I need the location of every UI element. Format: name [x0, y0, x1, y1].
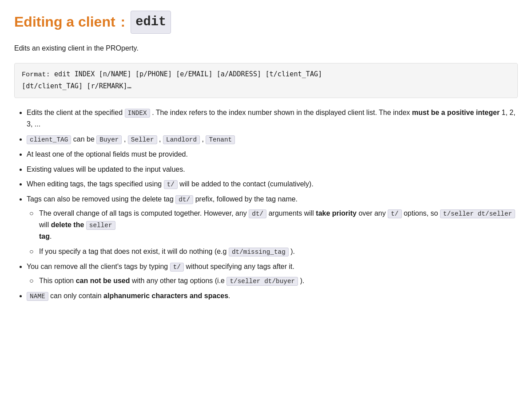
- item7-code-t: t/: [170, 263, 184, 272]
- item8-code-name: NAME: [27, 292, 48, 301]
- item3-text: At least one of the optional fields must…: [27, 150, 188, 158]
- list-item-2: client_TAG can be Buyer , Seller , Landl…: [27, 134, 518, 145]
- item6-text-before: Tags can also be removed using the delet…: [27, 195, 175, 203]
- format-block: Format: edit INDEX [n/NAME] [p/PHONE] [e…: [14, 63, 518, 99]
- item4-text: Existing values will be updated to the i…: [27, 166, 185, 173]
- sub6a-code-dt: dt/: [249, 209, 266, 218]
- list-item-3: At least one of the optional fields must…: [27, 149, 518, 160]
- item2-tag-buyer: Buyer: [96, 135, 122, 144]
- format-command: edit INDEX [n/NAME] [p/PHONE] [e/EMAIL] …: [22, 70, 322, 90]
- item2-comma3: ,: [200, 135, 206, 143]
- sub6a-text-will: will delete the: [39, 221, 86, 229]
- list-item-8: NAME can only contain alphanumeric chara…: [27, 290, 518, 302]
- title-colon: :: [121, 11, 126, 33]
- list-item-6: Tags can also be removed using the delet…: [27, 193, 518, 257]
- item7-text-before: You can remove all the client's tags by …: [27, 263, 170, 270]
- list-item-7: You can remove all the client's tags by …: [27, 261, 518, 287]
- sub6b-text-after: ).: [289, 248, 295, 255]
- sub-item-6b: If you specify a tag that does not exist…: [39, 246, 518, 257]
- item2-comma1: ,: [122, 135, 127, 143]
- item6-text-after: prefix, followed by the tag name.: [193, 195, 298, 203]
- sub7a-text-after: ).: [298, 277, 304, 284]
- item5-code-t: t/: [164, 180, 178, 189]
- item8-bold: alphanumeric characters and spaces: [103, 292, 228, 300]
- item1-bold: must be a positive integer: [412, 109, 500, 116]
- sub-item-7a: This option can not be used with any oth…: [39, 275, 518, 287]
- sub6a-text-mid: options, so: [402, 209, 440, 217]
- sub-list-6: The overall change of all tags is comput…: [27, 208, 518, 257]
- sub7a-text-before: This option can not be used with any oth…: [39, 277, 226, 284]
- item5-text-before: When editing tags, the tags specified us…: [27, 180, 164, 188]
- sub-list-7: This option can not be used with any oth…: [27, 275, 518, 287]
- sub6a-period: .: [50, 233, 52, 240]
- sub6a-text-before: The overall change of all tags is comput…: [39, 209, 249, 217]
- main-list: Edits the client at the specified INDEX …: [14, 107, 518, 302]
- page-title: Editing a client : edit: [14, 11, 518, 34]
- list-item-5: When editing tags, the tags specified us…: [27, 178, 518, 190]
- sub6a-code-combo: t/seller dt/seller: [440, 209, 515, 218]
- sub6a-bold2: delete the: [51, 221, 84, 229]
- item2-comma2: ,: [157, 135, 163, 143]
- sub6a-text-after: arguments will take priority over any: [266, 209, 388, 217]
- sub6a-bold: take priority: [316, 209, 357, 217]
- format-label: Format:: [22, 71, 54, 79]
- item2-code-tag: client_TAG: [27, 135, 71, 144]
- item1-text-before: Edits the client at the specified: [27, 109, 125, 116]
- item1-text-after: . The index refers to the index number s…: [150, 109, 412, 116]
- sub6b-text-before: If you specify a tag that does not exist…: [39, 248, 229, 255]
- sub7a-bold: can not be used: [76, 277, 130, 284]
- item2-tag-seller: Seller: [128, 135, 157, 144]
- item1-code-index: INDEX: [125, 109, 150, 118]
- sub6b-code: dt/missing_tag: [229, 248, 289, 256]
- page-header: Editing a client : edit: [14, 11, 518, 34]
- item7-text-after: without specifying any tags after it.: [184, 263, 294, 270]
- subtitle: Edits an existing client in the PROperty…: [14, 43, 518, 54]
- item8-text-before: can only contain alphanumeric characters…: [48, 292, 230, 300]
- item2-tag-landlord: Landlord: [163, 135, 200, 144]
- sub6a-code-seller: seller: [86, 221, 115, 230]
- command-badge: edit: [131, 11, 171, 34]
- item2-text-before: can be: [71, 135, 96, 143]
- item6-code-dt: dt/: [175, 195, 193, 204]
- item5-text-after: will be added to the contact (cumulative…: [178, 180, 314, 188]
- sub-item-6a: The overall change of all tags is comput…: [39, 208, 518, 242]
- list-item-4: Existing values will be updated to the i…: [27, 164, 518, 175]
- sub6a-code-t: t/: [388, 209, 401, 218]
- list-item-1: Edits the client at the specified INDEX …: [27, 107, 518, 130]
- title-text: Editing a client: [14, 11, 115, 33]
- item2-tag-tenant: Tenant: [206, 135, 235, 144]
- sub7a-code: t/seller dt/buyer: [226, 277, 298, 286]
- sub6a-bold3: tag: [39, 233, 50, 240]
